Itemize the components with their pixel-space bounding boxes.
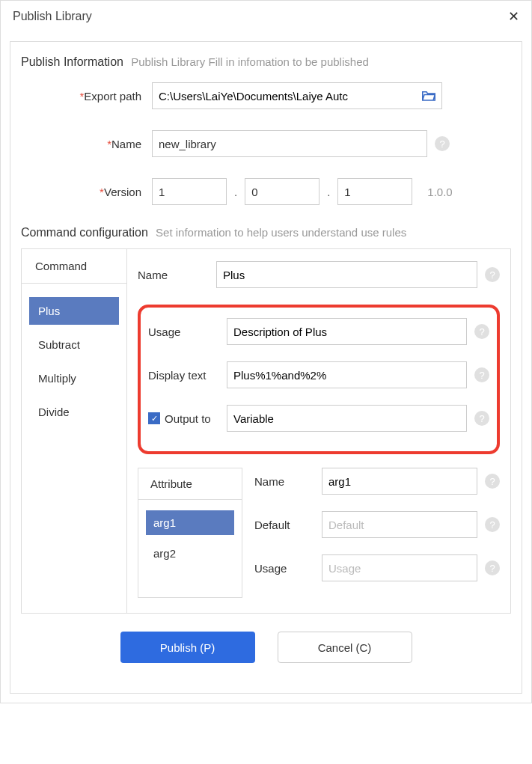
publish-info-header: Publish Information Publish Library Fill… [21,55,511,69]
attr-usage-label: Usage [254,562,322,575]
help-icon[interactable]: ? [485,474,500,489]
version-dot: . [327,186,330,198]
version-minor-input[interactable] [245,178,319,205]
help-icon[interactable]: ? [485,267,500,282]
folder-icon[interactable] [422,90,435,102]
publish-library-dialog: Publish Library ✕ Publish Information Pu… [0,0,532,703]
sidebar-item-divide[interactable]: Divide [29,398,119,426]
version-text: 1.0.0 [427,186,452,198]
highlight-box: Usage ? Display text ? ✓ Outp [138,305,500,454]
footer: Publish (P) Cancel (C) [21,614,511,682]
attr-default-input[interactable] [322,511,477,538]
cmd-name-label: Name [138,269,216,281]
cmd-outputto-label: ✓ Output to [148,412,227,425]
help-icon[interactable]: ? [485,560,500,575]
name-input[interactable] [152,130,427,157]
cmd-displaytext-input[interactable] [227,361,467,388]
close-icon[interactable]: ✕ [508,8,519,25]
help-icon[interactable]: ? [474,411,489,426]
version-patch-input[interactable] [337,178,412,205]
cmd-displaytext-label: Display text [148,369,227,382]
sidebar-item-plus[interactable]: Plus [29,297,119,325]
attribute-header: Attribute [138,468,242,500]
cancel-button[interactable]: Cancel (C) [278,632,412,663]
sidebar-item-multiply[interactable]: Multiply [29,364,119,392]
attribute-sidebar: Attribute arg1 arg2 [138,468,242,598]
attribute-form: Name ? Default ? Usage [254,468,500,598]
publish-button[interactable]: Publish (P) [120,632,255,663]
publish-info-hint: Publish Library Fill in infomation to be… [131,55,369,68]
dialog-title: Publish Library [13,10,92,23]
output-to-checkbox[interactable]: ✓ [148,412,160,424]
command-config-hint: Set information to help users understand… [156,226,406,239]
cmd-name-input[interactable] [216,261,477,288]
name-label: *Name [21,138,152,150]
command-sidebar-header: Command [22,249,126,284]
export-path-label: *Export path [21,90,152,103]
attr-name-input[interactable] [322,468,477,495]
titlebar: Publish Library ✕ [1,1,531,32]
attr-item-arg2[interactable]: arg2 [146,541,234,566]
attr-default-label: Default [254,519,322,531]
help-icon[interactable]: ? [474,324,489,339]
version-label: *Version [21,186,152,198]
export-path-input[interactable] [159,83,422,109]
version-major-input[interactable] [152,178,227,205]
command-sidebar: Command Plus Subtract Multiply Divide [22,249,127,613]
export-path-field[interactable] [152,82,442,109]
cmd-usage-input[interactable] [227,318,467,345]
attribute-section: Attribute arg1 arg2 Name ? [138,468,500,598]
cmd-outputto-input[interactable] [227,405,467,432]
attr-usage-input[interactable] [322,554,477,581]
command-config-header: Command configuration Set information to… [21,226,511,239]
sidebar-item-subtract[interactable]: Subtract [29,331,119,358]
help-icon[interactable]: ? [474,367,489,382]
command-config-label: Command configuration [21,226,148,239]
config-area: Command Plus Subtract Multiply Divide Na… [21,248,511,614]
help-icon[interactable]: ? [485,517,500,532]
attr-name-label: Name [254,475,322,488]
command-detail-pane: Name ? Usage ? Display text [127,249,510,613]
attr-item-arg1[interactable]: arg1 [146,510,234,535]
publish-info-label: Publish Information [21,55,123,68]
version-dot: . [234,186,237,198]
cmd-usage-label: Usage [148,326,227,338]
help-icon[interactable]: ? [435,136,450,151]
